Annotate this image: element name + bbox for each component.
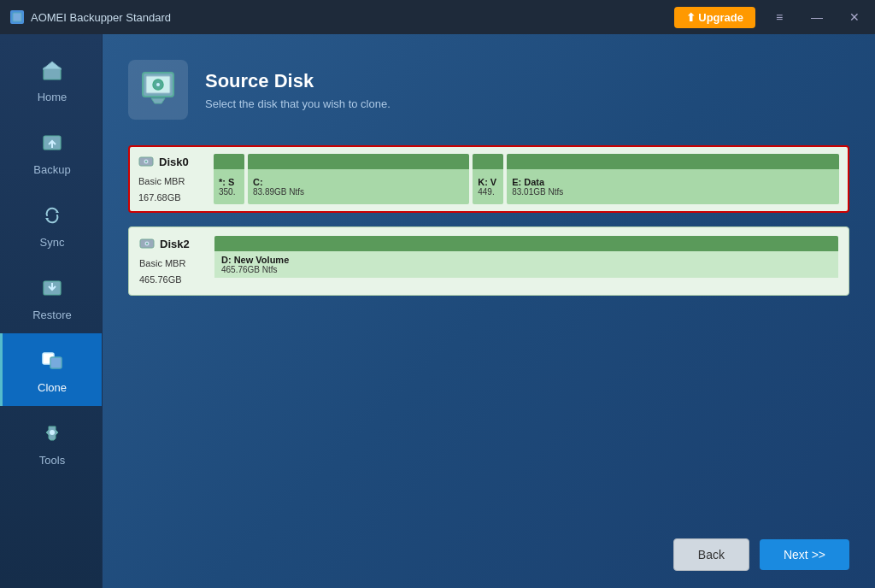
- disk2-p1-header: [214, 236, 838, 251]
- disk0-p2-size: 83.89GB Ntfs: [253, 187, 464, 197]
- disk0-partition-kv: K: V 449.: [473, 154, 503, 204]
- disk0-name-row: Disk0: [138, 154, 207, 169]
- disk0-partition-e: E: Data 83.01GB Ntfs: [507, 154, 839, 204]
- disk0-p3-size: 449.: [478, 187, 498, 197]
- sidebar-item-sync[interactable]: Sync: [0, 188, 102, 261]
- sidebar-item-restore[interactable]: Restore: [0, 261, 102, 333]
- close-button[interactable]: ✕: [841, 5, 868, 29]
- disk0-inner: Disk0 Basic MBR 167.68GB *: S 350.: [138, 154, 839, 204]
- disk0-p4-header: [507, 154, 839, 169]
- app-title: AOMEI Backupper Standard: [31, 11, 171, 24]
- disk0-p3-header: [473, 154, 503, 169]
- disk2-p1-label: D: New Volume: [221, 255, 831, 265]
- disk0-p4-body: E: Data 83.01GB Ntfs: [507, 169, 839, 204]
- page-title-area: Source Disk Select the disk that you wis…: [205, 70, 391, 110]
- disk-card-disk2[interactable]: Disk2 Basic MBR 465.76GB D: New Volume 4…: [128, 226, 849, 296]
- disk0-p1-header: [214, 154, 244, 169]
- disk0-p1-size: 350.: [219, 187, 239, 197]
- sidebar-item-tools[interactable]: Tools: [0, 406, 102, 479]
- sidebar-item-restore-label: Restore: [32, 309, 72, 321]
- home-icon: [37, 55, 68, 85]
- svg-point-22: [146, 243, 148, 244]
- disk0-type: Basic MBR: [138, 174, 207, 189]
- svg-point-16: [156, 83, 160, 86]
- disk2-p1-body: D: New Volume 465.76GB Ntfs: [214, 251, 838, 278]
- sidebar-item-backup-label: Backup: [33, 163, 70, 176]
- content-area: Source Disk Select the disk that you wis…: [103, 34, 875, 588]
- disk0-p1-body: *: S 350.: [214, 169, 244, 204]
- disk2-name: Disk2: [160, 238, 190, 250]
- disk0-partition-c: C: 83.89GB Ntfs: [248, 154, 469, 204]
- titlebar-right: ⬆ Upgrade ≡ — ✕: [674, 5, 868, 29]
- disk0-partitions: *: S 350. C: 83.89GB Ntfs: [214, 154, 839, 204]
- titlebar: AOMEI Backupper Standard ⬆ Upgrade ≡ — ✕: [0, 0, 875, 34]
- disk-list: Disk0 Basic MBR 167.68GB *: S 350.: [128, 145, 849, 525]
- page-icon: [138, 66, 179, 115]
- disk0-p4-size: 83.01GB Ntfs: [512, 187, 834, 197]
- sidebar-item-clone-label: Clone: [38, 381, 67, 394]
- minimize-button[interactable]: —: [803, 5, 831, 29]
- disk0-p2-header: [248, 154, 469, 169]
- disk2-info: Disk2 Basic MBR 465.76GB: [139, 236, 208, 286]
- disk2-partition-d: D: New Volume 465.76GB Ntfs: [214, 236, 838, 286]
- disk2-type: Basic MBR: [139, 256, 208, 271]
- svg-rect-10: [50, 357, 62, 368]
- disk0-hdd-icon: [138, 154, 154, 169]
- restore-icon: [37, 273, 68, 303]
- page-title: Source Disk: [205, 70, 391, 92]
- disk0-p3-body: K: V 449.: [473, 169, 503, 204]
- svg-point-19: [145, 161, 147, 162]
- disk2-hdd-icon: [139, 236, 155, 251]
- disk0-p2-label: C:: [253, 177, 464, 187]
- page-subtitle: Select the disk that you wish to clone.: [205, 97, 391, 110]
- svg-rect-0: [13, 13, 21, 21]
- clone-icon: [37, 345, 68, 376]
- sidebar-item-backup[interactable]: Backup: [0, 115, 102, 188]
- backup-icon: [37, 127, 68, 158]
- sidebar-item-home-label: Home: [38, 91, 68, 103]
- upgrade-button[interactable]: ⬆ Upgrade: [674, 7, 755, 28]
- disk2-inner: Disk2 Basic MBR 465.76GB D: New Volume 4…: [139, 236, 838, 286]
- page-header: Source Disk Select the disk that you wis…: [128, 60, 849, 120]
- tools-icon: [37, 418, 68, 449]
- disk-card-disk0[interactable]: Disk0 Basic MBR 167.68GB *: S 350.: [128, 145, 849, 213]
- disk0-size: 167.68GB: [138, 191, 207, 205]
- disk0-name: Disk0: [159, 156, 189, 168]
- sidebar-item-clone[interactable]: Clone: [0, 333, 102, 406]
- disk2-name-row: Disk2: [139, 236, 208, 251]
- disk0-p2-body: C: 83.89GB Ntfs: [248, 169, 469, 204]
- disk2-partitions: D: New Volume 465.76GB Ntfs: [214, 236, 838, 286]
- sync-icon: [37, 200, 68, 231]
- page-icon-wrap: [128, 60, 188, 120]
- menu-button[interactable]: ≡: [766, 5, 793, 29]
- disk0-p1-label: *: S: [219, 177, 239, 187]
- disk2-size: 465.76GB: [139, 273, 208, 287]
- disk0-p4-label: E: Data: [512, 177, 834, 187]
- bottom-bar: Back Next >>: [128, 525, 849, 571]
- disk0-p3-label: K: V: [478, 177, 498, 187]
- disk0-partition-system: *: S 350.: [214, 154, 244, 204]
- app-icon: [10, 10, 24, 24]
- back-button[interactable]: Back: [673, 538, 749, 571]
- next-button[interactable]: Next >>: [760, 539, 849, 570]
- sidebar-item-home[interactable]: Home: [0, 43, 102, 115]
- titlebar-left: AOMEI Backupper Standard: [10, 10, 171, 24]
- sidebar-item-sync-label: Sync: [40, 236, 65, 249]
- svg-marker-2: [43, 62, 62, 69]
- svg-point-12: [50, 430, 55, 435]
- disk0-info: Disk0 Basic MBR 167.68GB: [138, 154, 207, 204]
- disk2-p1-size: 465.76GB Ntfs: [221, 265, 831, 274]
- sidebar-item-tools-label: Tools: [39, 454, 65, 467]
- sidebar: Home Backup Sync: [0, 34, 103, 588]
- main-layout: Home Backup Sync: [0, 34, 875, 588]
